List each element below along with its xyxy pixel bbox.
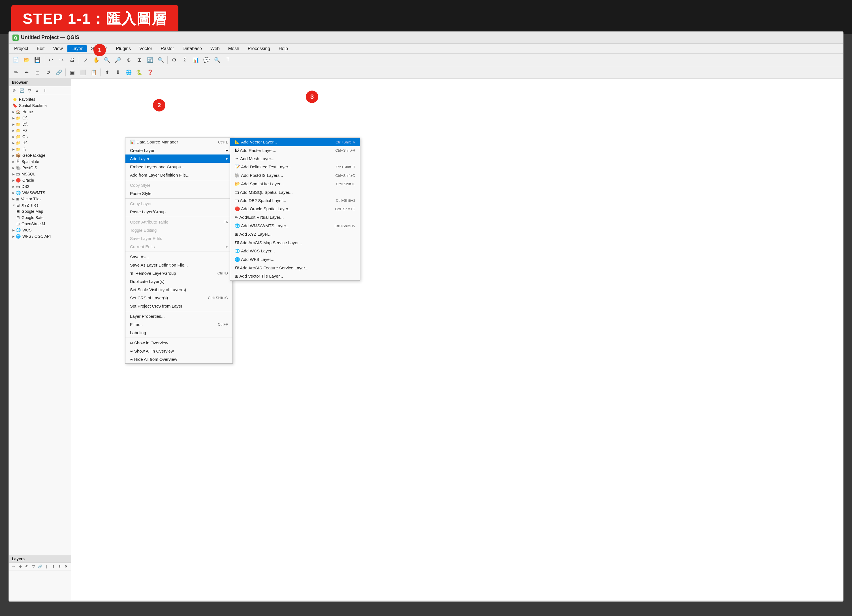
ctx-add-wms-wmts[interactable]: 🌐 Add WMS/WMTS Layer... Ctrl+Shift+W — [230, 221, 360, 230]
browser-item-geopackage[interactable]: ▶ 📦 GeoPackage — [9, 152, 71, 158]
shape-btn[interactable]: ◻ — [32, 68, 42, 77]
ctx-paste-style[interactable]: Paste Style — [125, 189, 233, 197]
deselect-btn[interactable]: ⬜ — [78, 68, 88, 77]
ctx-embed-layers[interactable]: Embed Layers and Groups... — [125, 163, 233, 171]
zoom-layer-btn[interactable]: ⊞ — [134, 56, 144, 65]
ctx-add-edit-virtual[interactable]: ✏ Add/Edit Virtual Layer... — [230, 213, 360, 221]
browser-item-favorites[interactable]: ⭐ Favorites — [9, 96, 71, 102]
search-btn[interactable]: 🔍 — [212, 56, 222, 65]
browser-item-h[interactable]: ▶ 📁 H:\ — [9, 140, 71, 146]
chart-btn[interactable]: 📊 — [190, 56, 201, 65]
python-btn[interactable]: 🐍 — [134, 68, 144, 77]
browser-item-g[interactable]: ▶ 📁 G:\ — [9, 134, 71, 140]
print-layout-btn[interactable]: 🖨 — [67, 56, 77, 65]
ctx-labeling[interactable]: Labeling — [125, 328, 233, 337]
layers-btn-pencil[interactable]: ✏ — [11, 563, 17, 569]
zoom-full-btn[interactable]: ⊕ — [124, 56, 134, 65]
text-btn[interactable]: T — [223, 56, 233, 65]
ctx-add-mssql-spatial[interactable]: 🗃 Add MSSQL Spatial Layer... — [230, 188, 360, 196]
redo-btn[interactable]: ↪ — [56, 56, 66, 65]
settings-btn[interactable]: ⚙ — [169, 56, 179, 65]
pan-map-btn[interactable]: ✋ — [91, 56, 101, 65]
arrow-up-btn[interactable]: ⬆ — [102, 68, 112, 77]
ctx-add-from-definition[interactable]: Add from Layer Definition File... — [125, 171, 233, 179]
arrow-down-btn[interactable]: ⬇ — [113, 68, 123, 77]
zoom-out-btn[interactable]: 🔎 — [113, 56, 123, 65]
layers-btn-remove[interactable]: ✖ — [63, 563, 69, 569]
ctx-set-project-crs[interactable]: Set Project CRS from Layer — [125, 302, 233, 310]
ctx-set-scale-visibility[interactable]: Set Scale Visibility of Layer(s) — [125, 286, 233, 294]
ctx-duplicate-layer[interactable]: Duplicate Layer(s) — [125, 277, 233, 286]
browser-item-google-satellite[interactable]: ⊞ Google Sate — [9, 214, 71, 221]
layers-btn-add[interactable]: ⊕ — [17, 563, 23, 569]
form-btn[interactable]: 📋 — [89, 68, 99, 77]
ctx-set-crs-layer[interactable]: Set CRS of Layer(s) Ctrl+Shift+C — [125, 294, 233, 302]
ctx-add-vector-layer[interactable]: 📐 Add Vector Layer... Ctrl+Shift+V — [230, 138, 360, 146]
zoom-in-btn[interactable]: 🔍 — [102, 56, 112, 65]
menu-help[interactable]: Help — [275, 45, 292, 52]
comment-btn[interactable]: 💬 — [201, 56, 211, 65]
menu-raster[interactable]: Raster — [157, 45, 178, 52]
browser-item-openstreetmap[interactable]: ⊞ OpenStreetM — [9, 221, 71, 227]
browser-btn-collapse[interactable]: ▲ — [34, 87, 41, 94]
ctx-save-as-definition[interactable]: Save As Layer Definition File... — [125, 261, 233, 269]
ctx-add-raster-layer[interactable]: 🖼 Add Raster Layer... Ctrl+Shift+R — [230, 146, 360, 155]
ctx-add-mesh-layer[interactable]: 〰 Add Mesh Layer... — [230, 155, 360, 163]
ctx-add-db2-spatial[interactable]: 🗃 Add DB2 Spatial Layer... Ctrl+Shift+2 — [230, 196, 360, 205]
menu-web[interactable]: Web — [206, 45, 224, 52]
menu-view[interactable]: View — [49, 45, 66, 52]
browser-item-db2[interactable]: ▶ 🗃 DB2 — [9, 183, 71, 190]
menu-plugins[interactable]: Plugins — [112, 45, 135, 52]
layers-btn-filter[interactable]: ▽ — [30, 563, 36, 569]
snap-btn[interactable]: 🔗 — [54, 68, 64, 77]
browser-btn-filter[interactable]: ▽ — [26, 87, 33, 94]
menu-processing[interactable]: Processing — [244, 45, 274, 52]
layers-btn-link[interactable]: 🔗 — [37, 563, 43, 569]
ctx-remove-layer[interactable]: 🗑 Remove Layer/Group Ctrl+D — [125, 269, 233, 277]
ctx-add-layer[interactable]: Add Layer ▶ — [125, 155, 233, 163]
layers-btn-down[interactable]: ⬇ — [57, 563, 63, 569]
sum-btn[interactable]: Σ — [180, 56, 190, 65]
browser-item-wcs[interactable]: ▶ 🌐 WCS — [9, 227, 71, 233]
menu-database[interactable]: Database — [179, 45, 206, 52]
ctx-add-wcs-layer[interactable]: 🌐 Add WCS Layer... — [230, 247, 360, 255]
select-features-btn[interactable]: ↗ — [80, 56, 91, 65]
ctx-layer-properties[interactable]: Layer Properties... — [125, 312, 233, 320]
ctx-filter[interactable]: Filter... Ctrl+F — [125, 320, 233, 328]
browser-item-c[interactable]: ▶ 📁 C:\ — [9, 115, 71, 121]
browser-item-home[interactable]: ▶ 🏠 Home — [9, 108, 71, 115]
refresh-btn[interactable]: 🔄 — [145, 56, 155, 65]
menu-project[interactable]: Project — [10, 45, 32, 52]
ctx-add-vector-tile-layer[interactable]: ⊞ Add Vector Tile Layer... — [230, 272, 360, 280]
open-project-btn[interactable]: 📂 — [21, 56, 32, 65]
ctx-data-source-manager[interactable]: 📊 Data Source Manager Ctrl+L — [125, 138, 233, 146]
browser-item-mssql[interactable]: ▶ 🗃 MSSQL — [9, 171, 71, 177]
browser-item-wfs[interactable]: ▶ 🌐 WFS / OGC API — [9, 233, 71, 239]
browser-item-google-map[interactable]: ⊞ Google Map — [9, 208, 71, 214]
ctx-hide-all-overview[interactable]: ∞ Hide All from Overview — [125, 355, 233, 363]
menu-edit[interactable]: Edit — [33, 45, 49, 52]
advanced-digitize-btn[interactable]: ✒ — [21, 68, 32, 77]
ctx-add-spatialite[interactable]: 📂 Add SpatiaLite Layer... Ctrl+Shift+L — [230, 180, 360, 188]
undo-btn[interactable]: ↩ — [45, 56, 56, 65]
browser-item-vector-tiles[interactable]: ▶ ⊞ Vector Tiles — [9, 196, 71, 202]
layers-btn-eye[interactable]: 👁 — [24, 563, 30, 569]
browser-item-wmswmts[interactable]: ▶ 🌐 WMS/WMTS — [9, 190, 71, 196]
ctx-add-oracle-spatial[interactable]: 🔴 Add Oracle Spatial Layer... Ctrl+Shift… — [230, 205, 360, 213]
menu-vector[interactable]: Vector — [135, 45, 156, 52]
browser-item-xyz-tiles[interactable]: ▼ ⊞ XYZ Tiles — [9, 202, 71, 208]
browser-btn-2[interactable]: 🔄 — [18, 87, 25, 94]
ctx-show-all-overview[interactable]: ∞ Show All in Overview — [125, 347, 233, 355]
menu-layer[interactable]: Layer — [67, 45, 87, 52]
browser-item-postgis[interactable]: ▶ 🐘 PostGIS — [9, 165, 71, 171]
ctx-add-arcgis-map-service[interactable]: 🗺 Add ArcGIS Map Service Layer... — [230, 238, 360, 247]
ctx-add-xyz-layer[interactable]: ⊞ Add XYZ Layer... — [230, 230, 360, 238]
ctx-save-as[interactable]: Save As... — [125, 253, 233, 261]
browser-btn-1[interactable]: ⊕ — [11, 87, 18, 94]
zoom-selected-btn[interactable]: 🔍 — [156, 56, 166, 65]
browser-item-d[interactable]: ▶ 📁 D:\ — [9, 121, 71, 127]
browser-item-i[interactable]: ▶ 📁 I:\ — [9, 146, 71, 152]
browser-btn-info[interactable]: ℹ — [41, 87, 48, 94]
menu-mesh[interactable]: Mesh — [224, 45, 243, 52]
ctx-add-wfs-layer[interactable]: 🌐 Add WFS Layer... — [230, 255, 360, 264]
